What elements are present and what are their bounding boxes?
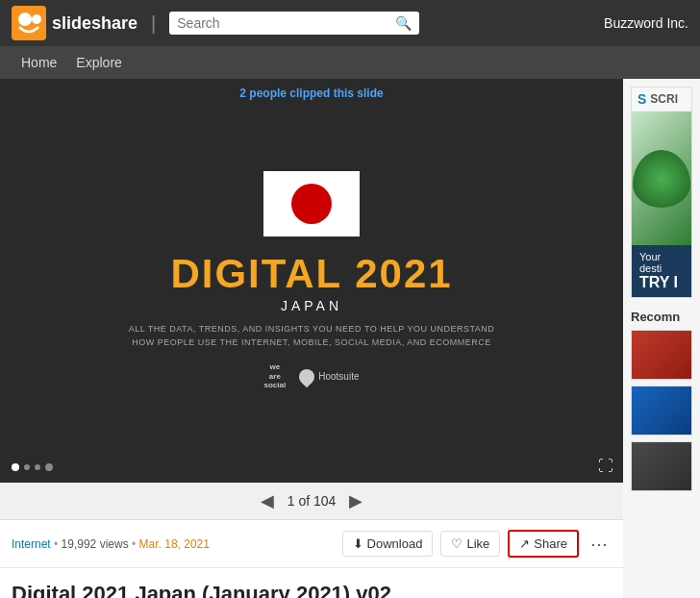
sidebar-ad-header: S SCRI: [632, 87, 691, 112]
cta-line1: Your desti: [639, 251, 662, 274]
logo-area: slideshare: [12, 6, 138, 40]
like-button[interactable]: ♡ Like: [440, 531, 500, 557]
fullscreen-button[interactable]: ⛶: [598, 458, 613, 475]
nav-home[interactable]: Home: [12, 47, 66, 78]
meta-views: 19,992 views: [62, 537, 129, 551]
clipped-notice: 2 people clipped this slide: [239, 87, 383, 100]
slide-viewer: 2 people clipped this slide DIGITAL 2021…: [0, 79, 623, 483]
page-title-area: Digital 2021 Japan (January 2021) v02: [0, 568, 623, 598]
hootsuite-logo: Hootsuite: [299, 369, 359, 385]
scribd-label: SCRI: [650, 92, 678, 106]
slide-subtitle: JAPAN: [281, 298, 342, 313]
nav-explore[interactable]: Explore: [66, 47, 131, 78]
wearesocial-logo: wearesocial: [264, 362, 287, 390]
sidebar-ad: S SCRI Your desti TRY I: [631, 87, 692, 298]
share-label: Share: [534, 536, 567, 551]
download-icon: ⬇: [353, 536, 363, 551]
dot-4: [45, 463, 53, 471]
slide-title: DIGITAL 2021: [170, 254, 452, 294]
japan-circle: [291, 184, 332, 224]
japan-flag: [263, 171, 360, 237]
scribd-s: S: [638, 91, 646, 107]
action-bar: Internet • 19,992 views • Mar. 18, 2021 …: [0, 520, 623, 568]
like-label: Like: [466, 536, 489, 551]
dot-separator-1: •: [54, 537, 62, 551]
share-icon: ↗: [519, 536, 530, 551]
rec-thumb-2: [632, 386, 692, 436]
dot-3: [35, 464, 40, 470]
header-divider: |: [151, 12, 156, 35]
meta-category[interactable]: Internet: [12, 537, 51, 551]
slideshare-logo-icon: [12, 6, 46, 40]
slide-dots: [12, 463, 53, 471]
svg-point-2: [32, 14, 41, 24]
main-layout: 2 people clipped this slide DIGITAL 2021…: [0, 79, 700, 598]
prev-slide-button[interactable]: ◀: [261, 490, 274, 511]
cta-line2: TRY I: [639, 274, 684, 291]
sidebar-ad-image: [632, 112, 691, 245]
slide-desc-line2: HOW PEOPLE USE THE INTERNET, MOBILE, SOC…: [132, 337, 491, 347]
slide-of: of: [298, 493, 313, 509]
slide-count: 1 of 104: [288, 493, 337, 509]
rec-thumb-3: [632, 442, 692, 491]
logo-text: slideshare: [52, 13, 138, 34]
current-slide: 1: [288, 493, 295, 509]
clipped-count: 2: [239, 87, 246, 100]
sidebar-ad-cta: Your desti TRY I: [632, 245, 691, 297]
slide-logos: wearesocial Hootsuite: [264, 362, 360, 390]
search-box: 🔍: [169, 12, 419, 35]
slide-desc: ALL THE DATA, TRENDS, AND INSIGHTS YOU N…: [129, 323, 495, 349]
plant-visual: [633, 150, 690, 208]
rec-item-3[interactable]: [631, 441, 692, 491]
slide-area: 2 people clipped this slide DIGITAL 2021…: [0, 79, 623, 598]
dot-2: [24, 464, 30, 470]
dot-separator-2: •: [132, 537, 139, 551]
heart-icon: ♡: [451, 536, 462, 551]
search-button[interactable]: 🔍: [395, 15, 412, 31]
nav-bar: Home Explore: [0, 46, 700, 79]
slide-desc-line1: ALL THE DATA, TRENDS, AND INSIGHTS YOU N…: [129, 324, 495, 334]
download-button[interactable]: ⬇ Download: [342, 531, 434, 557]
hootsuite-text: Hootsuite: [318, 371, 359, 382]
download-label: Download: [367, 536, 423, 551]
search-input[interactable]: [177, 15, 395, 31]
page-title: Digital 2021 Japan (January 2021) v02: [12, 582, 612, 598]
header-user: Buzzword Inc.: [604, 15, 688, 31]
svg-point-1: [18, 12, 32, 26]
meta-date: Mar. 18, 2021: [139, 537, 210, 551]
rec-item-1[interactable]: [631, 330, 692, 380]
dot-1: [12, 463, 19, 471]
more-options-button[interactable]: ⋯: [587, 534, 612, 555]
clipped-text: people clipped this slide: [249, 87, 383, 100]
header: slideshare | 🔍 Buzzword Inc.: [0, 0, 700, 46]
slide-navigation: ◀ 1 of 104 ▶: [0, 483, 623, 520]
recommended-label: Recomn: [631, 310, 692, 324]
rec-item-2[interactable]: [631, 386, 692, 436]
next-slide-button[interactable]: ▶: [349, 490, 362, 511]
rec-thumb-1: [632, 331, 692, 380]
total-slides: 104: [313, 493, 336, 509]
hootsuite-icon: [296, 365, 318, 387]
share-button[interactable]: ↗ Share: [508, 530, 579, 558]
action-meta: Internet • 19,992 views • Mar. 18, 2021: [12, 537, 210, 551]
sidebar: S SCRI Your desti TRY I Recomn: [623, 79, 700, 598]
